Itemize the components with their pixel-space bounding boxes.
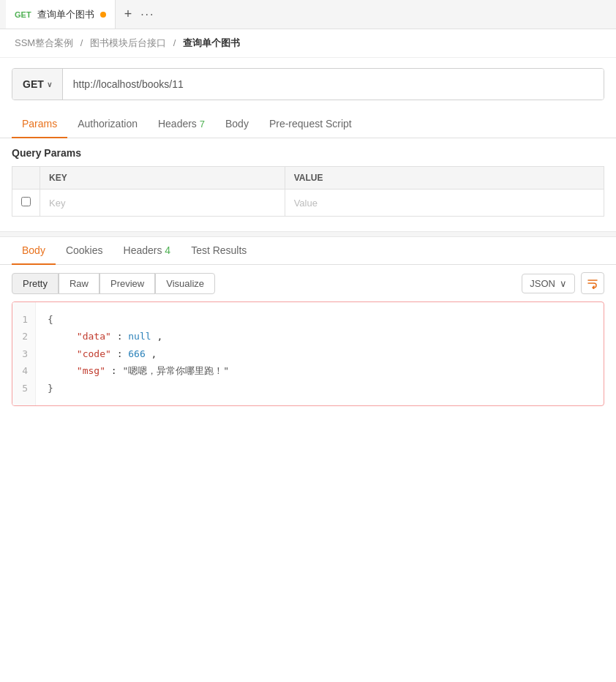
code-line-1: {: [48, 311, 592, 328]
line-num-3: 3: [20, 345, 28, 362]
key-msg: "msg": [77, 365, 105, 376]
breadcrumb-part2[interactable]: 图书模块后台接口: [90, 37, 166, 48]
url-input[interactable]: [63, 69, 604, 100]
open-brace: {: [48, 314, 53, 325]
tab-pre-request[interactable]: Pre-request Script: [259, 110, 362, 138]
table-row: Key Value: [12, 190, 604, 217]
code-line-5: }: [48, 380, 592, 397]
view-preview-button[interactable]: Preview: [99, 273, 155, 294]
tab-body[interactable]: Body: [215, 110, 259, 138]
key-col-header: KEY: [40, 167, 285, 190]
val-data: null: [128, 331, 151, 342]
response-code-block: 1 2 3 4 5 { "data" : null , "code" : 666…: [12, 301, 604, 406]
resp-tab-body[interactable]: Body: [12, 237, 56, 265]
code-line-2: "data" : null ,: [48, 328, 592, 345]
line-num-4: 4: [20, 362, 28, 379]
method-chevron: ∨: [47, 80, 52, 89]
val-code: 666: [128, 348, 145, 359]
wrap-button[interactable]: [581, 272, 604, 294]
format-label: JSON: [530, 278, 555, 289]
breadcrumb-part1[interactable]: SSM整合案例: [15, 37, 73, 48]
breadcrumb-sep2: /: [173, 37, 176, 48]
tab-status-dot: [100, 12, 106, 18]
url-bar: GET ∨: [12, 68, 604, 100]
view-pretty-button[interactable]: Pretty: [12, 273, 59, 294]
tab-title: 查询单个图书: [37, 8, 94, 21]
line-num-2: 2: [20, 328, 28, 345]
format-select[interactable]: JSON ∨: [522, 274, 575, 293]
key-placeholder: Key: [49, 198, 65, 209]
value-cell[interactable]: Value: [285, 190, 604, 217]
key-code: "code": [77, 348, 111, 359]
breadcrumb: SSM整合案例 / 图书模块后台接口 / 查询单个图书: [0, 29, 616, 58]
tab-headers[interactable]: Headers 7: [148, 110, 215, 138]
code-content: { "data" : null , "code" : 666 , "msg" :…: [36, 302, 604, 405]
response-toolbar: Pretty Raw Preview Visualize JSON ∨: [0, 265, 616, 301]
query-params-section: Query Params: [0, 138, 616, 159]
resp-tab-cookies[interactable]: Cookies: [56, 237, 113, 265]
active-tab[interactable]: GET 查询单个图书: [6, 0, 116, 29]
method-label: GET: [23, 78, 44, 90]
request-tabs: Params Authorization Headers 7 Body Pre-…: [0, 110, 616, 138]
view-visualize-button[interactable]: Visualize: [155, 273, 215, 294]
param-checkbox[interactable]: [21, 197, 31, 206]
code-line-4: "msg" : "嗯嗯，异常你哪里跑！": [48, 362, 592, 379]
value-placeholder: Value: [294, 198, 318, 209]
row-checkbox[interactable]: [12, 190, 40, 217]
checkbox-col-header: [12, 167, 40, 190]
val-msg: "嗯嗯，异常你哪里跑！": [122, 365, 229, 376]
format-chevron: ∨: [560, 278, 567, 289]
resp-tab-headers[interactable]: Headers 4: [113, 237, 181, 265]
resp-tab-test-results[interactable]: Test Results: [181, 237, 257, 265]
tab-params[interactable]: Params: [12, 110, 67, 138]
tab-bar: GET 查询单个图书 + ···: [0, 0, 616, 29]
breadcrumb-current: 查询单个图书: [183, 37, 240, 48]
section-divider: [0, 231, 616, 237]
tab-actions: + ···: [116, 7, 155, 22]
line-num-1: 1: [20, 311, 28, 328]
key-data: "data": [77, 331, 111, 342]
method-select[interactable]: GET ∨: [12, 69, 63, 100]
query-params-title: Query Params: [12, 147, 604, 159]
close-brace: }: [48, 383, 53, 394]
params-table: KEY VALUE Key Value: [12, 166, 604, 217]
view-raw-button[interactable]: Raw: [59, 273, 99, 294]
code-line-3: "code" : 666 ,: [48, 345, 592, 362]
key-cell[interactable]: Key: [40, 190, 285, 217]
wrap-icon: [587, 277, 598, 289]
more-tabs-button[interactable]: ···: [140, 8, 154, 21]
breadcrumb-sep1: /: [80, 37, 83, 48]
tab-authorization[interactable]: Authorization: [67, 110, 148, 138]
new-tab-button[interactable]: +: [124, 7, 132, 22]
response-tabs: Body Cookies Headers 4 Test Results: [0, 237, 616, 265]
value-col-header: VALUE: [285, 167, 604, 190]
line-num-5: 5: [20, 380, 28, 397]
line-numbers: 1 2 3 4 5: [12, 302, 36, 405]
tab-method: GET: [15, 10, 31, 19]
